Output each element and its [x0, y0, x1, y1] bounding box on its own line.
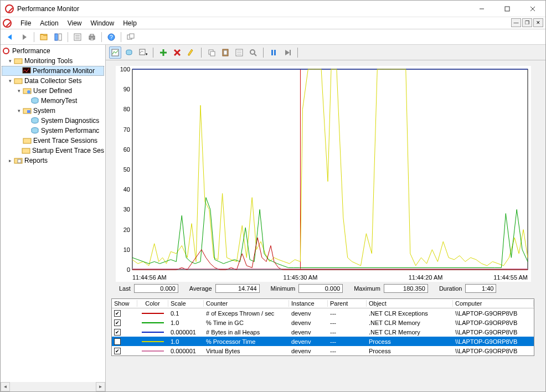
menu-file[interactable]: File — [16, 18, 35, 28]
scroll-track[interactable] — [10, 382, 96, 391]
counter-cell: # of Exceps Thrown / sec — [204, 310, 289, 317]
navigation-tree[interactable]: Performance ▾ Monitoring Tools Performan… — [1, 45, 106, 391]
menubar: File Action View Window Help — ❐ ✕ — [1, 17, 545, 29]
add-counter-button[interactable] — [157, 47, 169, 59]
help-button[interactable]: ? — [105, 31, 117, 43]
tree-label: MemoryTest — [41, 97, 77, 105]
computer-cell: \\LAPTOP-G9ORP8VB — [453, 348, 534, 354]
hdr-show[interactable]: Show — [112, 300, 137, 307]
tree-data-collector-sets[interactable]: ▾ Data Collector Sets — [2, 76, 104, 86]
grid-row[interactable]: ✔0.000001# Bytes in all Heapsdevenv---.N… — [112, 327, 534, 337]
grid-row[interactable]: ✔0.1# of Exceps Thrown / secdevenv---.NE… — [112, 308, 534, 318]
scroll-left-button[interactable]: ◄ — [1, 382, 10, 391]
back-button[interactable] — [4, 31, 16, 43]
color-swatch — [142, 341, 164, 342]
mdi-close-button[interactable]: ✕ — [533, 18, 543, 27]
tree-root[interactable]: Performance — [2, 46, 104, 56]
freeze-button[interactable] — [267, 47, 280, 59]
tree-label: System Diagnostics — [41, 117, 99, 125]
svg-text:11:44:56 AM: 11:44:56 AM — [132, 274, 167, 281]
tree-system-performance[interactable]: System Performanc — [2, 126, 104, 136]
view-log-button[interactable] — [123, 47, 135, 59]
chevron-down-icon[interactable]: ▾ — [15, 88, 23, 94]
svg-text:60: 60 — [123, 146, 130, 153]
mdi-minimize-button[interactable]: — — [511, 18, 521, 27]
view-current-button[interactable] — [109, 47, 121, 59]
menu-help[interactable]: Help — [119, 18, 141, 28]
grid-row[interactable]: ✔1.0% Processor Timedevenv---Process\\LA… — [112, 337, 534, 346]
tree-user-defined[interactable]: ▾ User Defined — [2, 86, 104, 96]
tree-memorytest[interactable]: MemoryTest — [2, 96, 104, 106]
zoom-button[interactable] — [247, 47, 259, 59]
instance-cell: devenv — [289, 329, 328, 336]
properties-button[interactable] — [52, 31, 64, 43]
svg-rect-56 — [290, 50, 291, 55]
line-chart[interactable]: 010203040506070809010011:44:56 AM11:45:3… — [116, 66, 531, 282]
collector-set-icon — [30, 116, 39, 125]
chart-type-button[interactable]: ▾ — [137, 47, 149, 59]
tree-label: Startup Event Trace Ses — [32, 147, 104, 154]
grid-header[interactable]: Show Color Scale Counter Instance Parent… — [112, 299, 534, 308]
tree-startup-event-trace-sessions[interactable]: Startup Event Trace Ses — [2, 146, 104, 156]
delete-counter-button[interactable] — [171, 47, 183, 59]
export-button[interactable] — [71, 31, 84, 43]
svg-rect-7 — [55, 34, 58, 40]
tree-label: Data Collector Sets — [24, 77, 81, 85]
tree-event-trace-sessions[interactable]: Event Trace Sessions — [2, 136, 104, 146]
tree-system[interactable]: ▾ System — [2, 106, 104, 116]
update-button[interactable] — [281, 47, 293, 59]
object-cell: .NET CLR Exceptions — [367, 310, 453, 317]
show-checkbox[interactable]: ✔ — [114, 310, 121, 317]
paste-button[interactable] — [219, 47, 231, 59]
svg-rect-46 — [224, 50, 227, 55]
svg-rect-14 — [90, 34, 94, 36]
mdi-restore-button[interactable]: ❐ — [522, 18, 532, 27]
tree-performance-monitor[interactable]: Performance Monitor — [2, 66, 104, 76]
hdr-parent[interactable]: Parent — [328, 300, 367, 307]
chevron-right-icon[interactable]: ▸ — [6, 158, 14, 163]
computer-cell: \\LAPTOP-G9ORP8VB — [453, 319, 534, 326]
properties-button[interactable] — [233, 47, 245, 59]
menu-action[interactable]: Action — [35, 18, 63, 28]
show-checkbox[interactable]: ✔ — [114, 329, 121, 336]
chevron-down-icon[interactable]: ▾ — [6, 78, 14, 84]
separator — [201, 48, 202, 58]
new-window-button[interactable] — [125, 31, 137, 43]
show-hide-tree-button[interactable] — [38, 31, 50, 43]
tree-reports[interactable]: ▸ Reports — [2, 156, 104, 166]
scale-cell: 1.0 — [168, 319, 204, 326]
hdr-scale[interactable]: Scale — [168, 300, 204, 307]
grid-row[interactable]: ✔1.0% Time in GCdevenv---.NET CLR Memory… — [112, 318, 534, 327]
chevron-down-icon[interactable]: ▾ — [6, 58, 14, 64]
avg-value: 14.744 — [215, 284, 260, 293]
show-checkbox[interactable]: ✔ — [114, 348, 121, 354]
chevron-down-icon[interactable]: ▾ — [15, 108, 23, 114]
hdr-computer[interactable]: Computer — [453, 300, 534, 307]
show-checkbox[interactable]: ✔ — [114, 319, 121, 326]
print-button[interactable] — [86, 31, 98, 43]
folder-icon — [22, 146, 30, 155]
show-checkbox[interactable]: ✔ — [114, 338, 121, 345]
highlight-button[interactable] — [185, 47, 197, 59]
parent-cell: --- — [328, 338, 367, 345]
tree-system-diagnostics[interactable]: System Diagnostics — [2, 116, 104, 126]
hdr-counter[interactable]: Counter — [204, 300, 289, 307]
grid-row[interactable]: ✔0.000001Virtual Bytesdevenv---Process\\… — [112, 346, 534, 355]
scroll-right-button[interactable]: ► — [96, 382, 105, 391]
minimize-button[interactable] — [469, 1, 495, 17]
toolbar-separator — [121, 32, 121, 42]
hdr-instance[interactable]: Instance — [289, 300, 328, 307]
copy-button[interactable] — [205, 47, 218, 59]
tree-monitoring-tools[interactable]: ▾ Monitoring Tools — [2, 56, 104, 66]
maximize-button[interactable] — [495, 1, 520, 17]
close-button[interactable] — [520, 1, 545, 17]
hdr-color[interactable]: Color — [137, 300, 168, 307]
hdr-object[interactable]: Object — [367, 300, 453, 307]
forward-button[interactable] — [18, 31, 30, 43]
svg-text:10: 10 — [123, 246, 130, 253]
tree-hscrollbar[interactable]: ◄ ► — [1, 382, 105, 391]
menu-view[interactable]: View — [63, 18, 86, 28]
counter-grid[interactable]: Show Color Scale Counter Instance Parent… — [111, 298, 534, 356]
menu-window[interactable]: Window — [86, 18, 119, 28]
svg-text:11:44:20 AM: 11:44:20 AM — [409, 274, 443, 281]
